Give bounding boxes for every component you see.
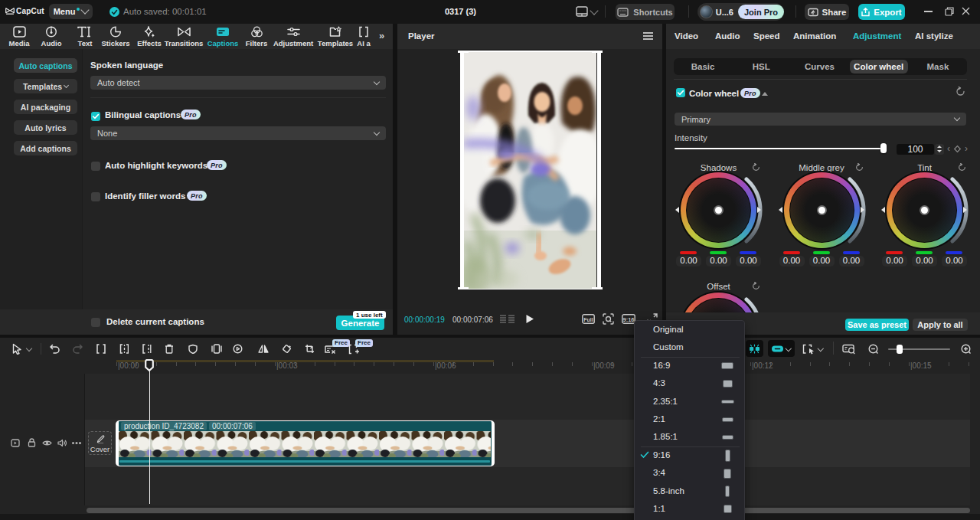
svg-text:9:16: 9:16: [622, 316, 634, 323]
svg-text:Full: Full: [583, 317, 593, 322]
